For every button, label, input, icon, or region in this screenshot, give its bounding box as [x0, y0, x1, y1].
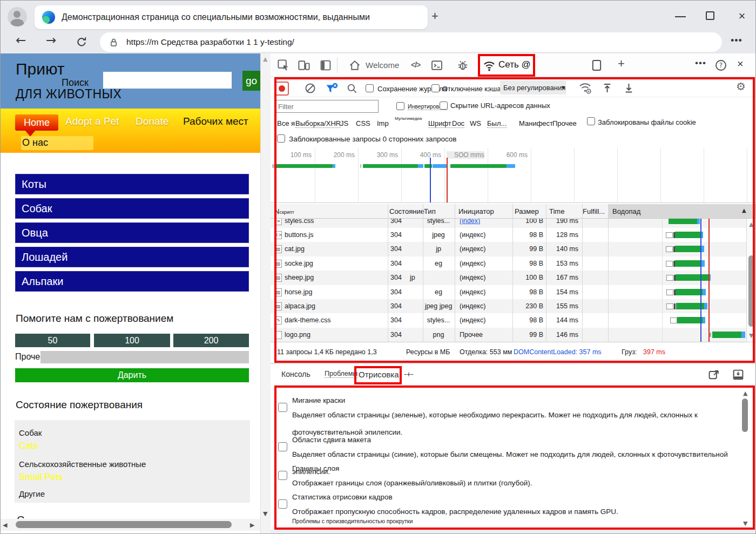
network-request-row[interactable]: ▨cat.jpg304jp(индекс)99 B140 ms [271, 242, 756, 256]
profile-avatar[interactable] [8, 7, 27, 26]
maximize-button[interactable] [703, 10, 719, 22]
type-filter[interactable]: Был... [487, 119, 507, 128]
disable-cache-checkbox[interactable] [431, 84, 440, 92]
browser-tab[interactable]: Демонстрационная страница со специальным… [35, 5, 428, 29]
network-request-row[interactable]: ▨alpaca.jpg304jpeg jpeg(индекс)230 B155 … [271, 299, 756, 313]
network-settings-gear-icon[interactable]: ⚙ [736, 80, 746, 93]
go-button[interactable]: go [242, 71, 260, 91]
search-button[interactable] [346, 83, 358, 94]
amount-button[interactable]: 100 [94, 334, 170, 347]
table-scroll-thumb[interactable] [748, 255, 754, 327]
drawer-tab-проблемы[interactable]: Проблемы [325, 370, 357, 378]
donate-button[interactable]: Дарить [15, 368, 249, 382]
url-bar[interactable]: https://m Средства разработки 1 1 y-test… [100, 32, 722, 52]
rendering-scroll-up-icon[interactable]: ▲ [743, 390, 747, 397]
type-filter[interactable]: Выборка/XHR [295, 119, 341, 128]
horizontal-scroll-thumb[interactable] [16, 521, 232, 528]
panel-layout-icon[interactable] [590, 59, 603, 72]
toolbar-more-button[interactable]: ••• [731, 35, 742, 46]
network-request-row[interactable]: ✎dark-theme.css304styles...(индекс)98 B1… [271, 313, 756, 327]
type-filter[interactable]: WS [470, 119, 481, 127]
category-button[interactable]: Альпаки [15, 271, 249, 292]
forward-button[interactable]: → [46, 33, 56, 47]
sort-arrow-icon[interactable]: ▲ [742, 207, 746, 213]
page-vertical-scrollbar[interactable]: ▲ ▼ [260, 53, 271, 534]
rendering-option-checkbox[interactable] [278, 403, 287, 412]
close-button[interactable]: × [734, 10, 750, 22]
dock-drawer-button[interactable] [732, 368, 745, 381]
type-filter[interactable]: Doc [452, 119, 464, 128]
type-filter[interactable]: Imp [377, 119, 389, 127]
type-filter[interactable]: CSS [356, 119, 370, 127]
column-fulfill[interactable]: Fulfill... [583, 207, 605, 215]
nav-item-3[interactable]: Рабочих мест [183, 116, 248, 127]
column-time[interactable]: Time [549, 207, 564, 215]
rendering-option-checkbox[interactable] [278, 471, 287, 480]
network-request-row[interactable]: <>buttons.js304jpeg(индекс)98 B128 ms [271, 228, 756, 242]
network-request-row[interactable]: ≡styles.css304styles...(index)100 B190 m… [271, 219, 756, 228]
table-scroll-up-icon[interactable]: ▲ [749, 221, 753, 228]
clear-button[interactable] [304, 82, 316, 94]
back-button[interactable]: ← [16, 33, 26, 47]
preserve-log-checkbox[interactable] [366, 84, 374, 92]
type-filter[interactable]: Прочее [552, 119, 577, 127]
blocked-cookies-checkbox[interactable] [587, 117, 595, 125]
type-filter[interactable]: Манифест [519, 119, 553, 127]
network-request-row[interactable]: ▨sheep.jpg304jp(индекс)100 B167 ms [271, 271, 756, 285]
type-filter[interactable]: JS [340, 119, 348, 127]
scroll-right-icon[interactable]: ▶ [250, 522, 254, 529]
export-har-button[interactable] [623, 82, 635, 94]
nav-item-home[interactable]: Home [15, 114, 58, 131]
type-filter[interactable]: Шрифт [428, 119, 451, 128]
console-icon[interactable] [430, 59, 443, 72]
filter-button[interactable] [325, 82, 339, 96]
more-tabs-button[interactable]: + [618, 57, 625, 71]
elements-code-icon[interactable]: </> [411, 60, 420, 69]
column-waterfall[interactable]: Водопад [612, 207, 640, 215]
column-name[interactable]: Nскрипт [274, 207, 294, 215]
dock-side-icon[interactable] [319, 59, 332, 72]
devtools-more-button[interactable]: ••• [695, 58, 706, 69]
scroll-left-icon[interactable]: ◀ [3, 522, 7, 529]
network-request-row[interactable]: ▨socke.jpg304eg(индекс)98 B153 ms [271, 256, 756, 271]
record-button[interactable] [275, 82, 289, 96]
nav-item-about[interactable]: О нас [22, 137, 48, 148]
network-conditions-button[interactable] [578, 82, 592, 94]
rendering-option-checkbox[interactable] [278, 442, 287, 451]
network-timeline[interactable]: 100 ms200 ms300 ms400 msSOO mms600 ms [271, 148, 756, 203]
amount-button[interactable]: 200 [173, 334, 249, 347]
table-scroll-down-icon[interactable]: ▼ [749, 332, 753, 339]
category-button[interactable]: Коты [15, 174, 249, 194]
request-initiator[interactable]: (index) [460, 219, 480, 225]
amount-button[interactable]: 50 [15, 334, 90, 347]
devtools-close-button[interactable]: × [737, 58, 744, 70]
category-button[interactable]: Лошадей [15, 247, 249, 267]
tab-network[interactable]: Сеть @ [498, 59, 531, 70]
drawer-tab-отрисовка[interactable]: Отрисовка [359, 370, 399, 379]
column-size[interactable]: Размер [515, 207, 539, 215]
type-filter[interactable]: Все я [277, 119, 295, 127]
minimize-button[interactable] [673, 10, 689, 22]
type-filter[interactable]: Мультимедиа [395, 116, 422, 121]
filter-input[interactable] [275, 100, 379, 113]
search-input[interactable] [103, 72, 232, 89]
feedback-button[interactable] [707, 368, 720, 381]
column-status[interactable]: Состояние [389, 207, 424, 215]
help-icon[interactable]: ? [714, 59, 727, 72]
device-toolbar-icon[interactable] [298, 59, 310, 72]
network-request-row[interactable]: ▨horse.jpg304eg(индекс)98 B154 ms [271, 285, 756, 299]
rendering-scroll-down-icon[interactable]: ▼ [743, 520, 747, 527]
invert-checkbox[interactable] [396, 102, 404, 110]
inspect-icon[interactable] [277, 59, 290, 72]
home-icon[interactable] [348, 59, 361, 72]
import-har-button[interactable] [601, 82, 613, 94]
network-request-row[interactable]: logo.png304pngПрочее99 B146 ms [271, 328, 756, 342]
new-tab-button[interactable]: + [431, 9, 438, 23]
horizontal-scrollbar[interactable]: ◀ ▶ [1, 519, 260, 531]
tab-welcome[interactable]: Welcome [366, 60, 399, 70]
category-button[interactable]: Собак [15, 198, 249, 219]
blocked-requests-checkbox[interactable] [277, 134, 285, 143]
drawer-tab-консоль[interactable]: Консоль [281, 370, 310, 378]
other-amount-input[interactable] [40, 351, 249, 363]
column-type[interactable]: Тип [424, 207, 436, 215]
